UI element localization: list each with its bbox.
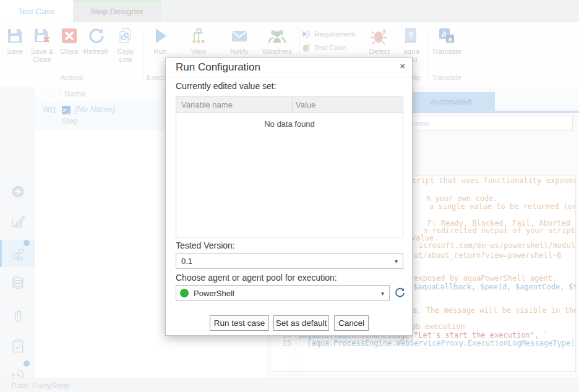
tested-version-label: Tested Version:	[176, 241, 235, 250]
variables-table: Variable name Value No data found	[176, 96, 403, 237]
tested-version-value: 0.1	[181, 257, 192, 266]
agent-dropdown[interactable]: PowerShell ▾	[176, 285, 390, 301]
dialog-close-icon[interactable]: ×	[400, 61, 405, 71]
variables-table-header: Variable name Value	[176, 97, 403, 113]
run-configuration-dialog: Run Configuration × Currently edited val…	[165, 58, 413, 336]
agent-online-icon	[180, 289, 189, 297]
refresh-agents-icon[interactable]	[394, 287, 406, 299]
column-variable-name: Variable name	[181, 100, 233, 109]
value-set-label: Currently edited value set:	[176, 81, 277, 91]
agent-label: Choose agent or agent pool for execution…	[176, 273, 337, 283]
dialog-title-divider	[166, 77, 412, 77]
set-as-default-button[interactable]: Set as default	[273, 315, 329, 331]
tested-version-dropdown[interactable]: 0.1 ▾	[176, 253, 403, 269]
app-window: Test Case Step Designer Save Save & Clos…	[0, 0, 579, 392]
no-data-message: No data found	[176, 119, 403, 129]
chevron-down-icon: ▾	[381, 290, 384, 297]
cancel-button[interactable]: Cancel	[334, 315, 369, 331]
dialog-title: Run Configuration	[176, 61, 260, 74]
column-value: Value	[296, 100, 315, 109]
header-divider	[292, 97, 293, 113]
chevron-down-icon: ▾	[395, 258, 398, 265]
run-test-case-button[interactable]: Run test case	[210, 315, 269, 331]
agent-value: PowerShell	[194, 289, 234, 298]
